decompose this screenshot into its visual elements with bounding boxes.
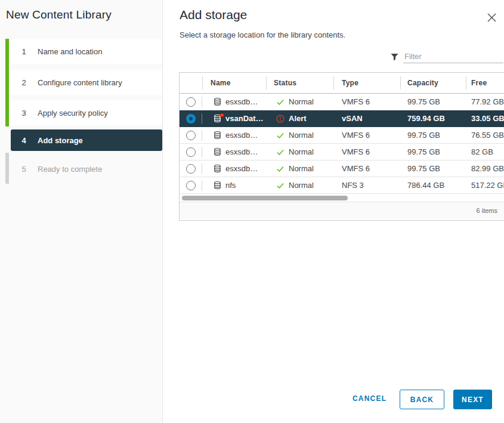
- normal-check-icon: [276, 98, 285, 106]
- datastore-name: vsanDat…: [225, 114, 264, 123]
- sidebar-item-add-storage[interactable]: 4 Add storage: [11, 129, 162, 151]
- sidebar-item-configure-content-library[interactable]: 2 Configure content library: [11, 70, 162, 95]
- column-header-free[interactable]: Free: [466, 73, 504, 93]
- normal-check-icon: [276, 165, 285, 173]
- cell-free: 82 GB: [466, 147, 504, 156]
- cell-name: ! esxsdb…: [202, 97, 266, 106]
- cell-status: Normal: [266, 97, 333, 106]
- cell-name: ! nfs: [202, 181, 266, 190]
- step-label: Name and location: [38, 47, 102, 56]
- cell-name: ! esxsdb…: [202, 147, 266, 156]
- cell-status: Normal: [266, 181, 333, 190]
- radio-button[interactable]: [186, 164, 196, 174]
- status-label: Normal: [289, 97, 314, 106]
- radio-button[interactable]: [186, 114, 196, 123]
- sidebar-item-ready-to-complete[interactable]: 5 Ready to complete: [11, 158, 162, 180]
- table-row[interactable]: ! esxsdb… Normal VMFS 6 99.75 GB 77.92 G…: [180, 94, 504, 110]
- cell-status: Normal: [266, 164, 333, 173]
- cell-capacity: 99.75 GB: [400, 131, 466, 140]
- radio-cell: [180, 131, 202, 140]
- normal-check-icon: [276, 131, 285, 140]
- datagrid-header: Name Status Type Capacity Free: [180, 73, 504, 94]
- table-row[interactable]: ! nfs Normal NFS 3 786.44 GB 517.22 GB: [180, 177, 504, 194]
- column-header-capacity[interactable]: Capacity: [400, 73, 466, 93]
- column-header-type[interactable]: Type: [333, 73, 400, 93]
- radio-button[interactable]: [186, 147, 196, 157]
- cell-type: NFS 3: [333, 181, 400, 190]
- back-button[interactable]: BACK: [400, 390, 444, 409]
- cell-capacity: 99.75 GB: [400, 147, 466, 156]
- radio-cell: [180, 97, 202, 107]
- datastore-icon: !: [213, 114, 222, 123]
- cell-free: 33.05 GB: [466, 114, 504, 123]
- next-button[interactable]: NEXT: [453, 390, 492, 409]
- radio-button[interactable]: [186, 97, 196, 107]
- datagrid-body: ! esxsdb… Normal VMFS 6 99.75 GB 77.92 G…: [180, 94, 504, 194]
- filter-input[interactable]: [403, 50, 503, 63]
- step-number: 5: [20, 165, 28, 174]
- datagrid-footer: 6 items: [180, 202, 504, 219]
- normal-check-icon: [276, 148, 285, 156]
- normal-check-icon: [276, 181, 285, 190]
- close-button[interactable]: [484, 10, 499, 25]
- cell-capacity: 99.75 GB: [400, 164, 466, 173]
- table-row[interactable]: ! esxsdb… Normal VMFS 6 99.75 GB 82 GB: [180, 144, 504, 160]
- table-row[interactable]: ! esxsdb… Normal VMFS 6 99.75 GB 76.55 G…: [180, 127, 504, 144]
- close-icon: [487, 13, 497, 23]
- wizard-title: New Content Library: [6, 8, 112, 21]
- datastore-name: esxsdb…: [225, 97, 258, 106]
- step-label: Apply security policy: [38, 109, 108, 118]
- cell-type: VMFS 6: [333, 164, 400, 173]
- step-label: Ready to complete: [38, 165, 102, 174]
- step-number: 3: [20, 109, 28, 118]
- sidebar-item-apply-security-policy[interactable]: 3 Apply security policy: [11, 100, 162, 125]
- cell-status: Normal: [266, 147, 333, 156]
- cancel-button[interactable]: CANCEL: [353, 394, 386, 403]
- status-label: Normal: [289, 164, 314, 173]
- step-label: Configure content library: [38, 78, 122, 87]
- page-subtitle: Select a storage location for the librar…: [180, 30, 345, 39]
- step-number: 2: [20, 78, 28, 87]
- cell-name: ! esxsdb…: [202, 131, 266, 140]
- page-title: Add storage: [180, 8, 247, 22]
- status-label: Normal: [289, 147, 314, 156]
- scrollbar-thumb[interactable]: [182, 196, 348, 200]
- table-row[interactable]: ! vsanDat… Alert vSAN 759.94 GB 33.05 GB: [180, 110, 504, 127]
- cell-free: 82.99 GB: [466, 164, 504, 173]
- cell-status: Normal: [266, 131, 333, 140]
- column-header-status[interactable]: Status: [266, 73, 333, 93]
- cell-status: Alert: [266, 114, 333, 123]
- cell-capacity: 786.44 GB: [400, 181, 466, 190]
- cell-type: VMFS 6: [333, 131, 400, 140]
- filter-icon[interactable]: [391, 53, 398, 61]
- progress-track-completed: [5, 39, 9, 126]
- horizontal-scrollbar[interactable]: [180, 194, 504, 202]
- table-row[interactable]: ! esxsdb… Normal VMFS 6 99.75 GB 82.99 G…: [180, 160, 504, 177]
- step-number: 4: [20, 136, 28, 145]
- datastore-icon: !: [213, 131, 222, 140]
- column-header-name[interactable]: Name: [202, 73, 266, 93]
- datastore-icon: !: [213, 181, 222, 190]
- radio-button[interactable]: [186, 181, 196, 190]
- storage-datagrid: Name Status Type Capacity Free ! esxs: [179, 72, 504, 221]
- radio-cell: [180, 181, 202, 190]
- cell-free: 517.22 GB: [466, 181, 504, 190]
- radio-cell: [180, 164, 202, 174]
- wizard-sidebar: New Content Library 1 Name and location …: [0, 0, 163, 423]
- cell-type: VMFS 6: [333, 147, 400, 156]
- status-label: Normal: [289, 181, 314, 190]
- new-content-library-dialog: New Content Library 1 Name and location …: [0, 0, 504, 423]
- column-header-select: [180, 73, 202, 93]
- cell-name: ! vsanDat…: [202, 114, 266, 123]
- cell-type: vSAN: [333, 114, 400, 123]
- radio-cell: [180, 114, 202, 123]
- step-label: Add storage: [38, 136, 83, 145]
- sidebar-item-name-and-location[interactable]: 1 Name and location: [11, 39, 162, 64]
- radio-cell: [180, 147, 202, 157]
- item-count: 6 items: [477, 207, 497, 214]
- datastore-name: nfs: [225, 181, 236, 190]
- datastore-name: esxsdb…: [225, 164, 258, 173]
- datastore-icon: !: [213, 97, 222, 106]
- radio-button[interactable]: [186, 131, 196, 140]
- datastore-name: esxsdb…: [225, 147, 258, 156]
